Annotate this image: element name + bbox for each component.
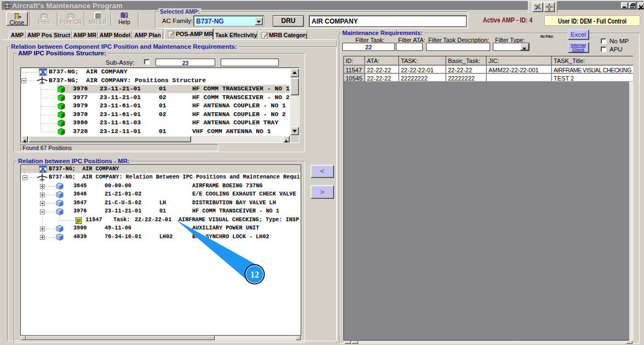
- svg-text:12: 12: [250, 270, 259, 279]
